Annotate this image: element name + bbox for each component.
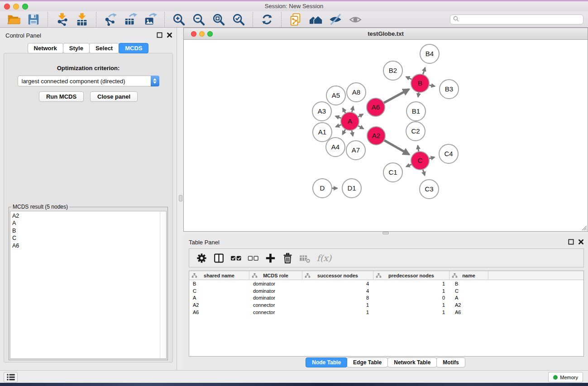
optimization-criterion-select[interactable]: largest connected component (directed) <box>18 76 159 86</box>
run-mcds-button[interactable]: Run MCDS <box>39 91 84 102</box>
export-image-button[interactable] <box>142 12 158 27</box>
float-panel-icon[interactable] <box>156 32 163 38</box>
table-cell[interactable]: B <box>449 281 488 286</box>
table-row[interactable]: Adominator80A <box>189 295 583 302</box>
table-cell[interactable]: dominator <box>249 281 302 286</box>
column-header-successor-nodes[interactable]: successor nodes <box>302 271 373 280</box>
table-cell[interactable]: A6 <box>189 310 249 315</box>
network-close-button[interactable] <box>191 31 196 37</box>
table-row[interactable]: Bdominator41B <box>189 280 583 287</box>
tab-select[interactable]: Select <box>89 43 119 53</box>
table-cell[interactable]: C <box>189 288 249 294</box>
column-header-name[interactable]: name <box>449 271 488 280</box>
delete-column-button[interactable] <box>279 250 296 266</box>
table-cell[interactable]: 4 <box>302 288 373 294</box>
close-panel-button[interactable]: Close panel <box>90 91 138 102</box>
show-all-button[interactable] <box>347 12 363 27</box>
resize-grip-icon[interactable] <box>581 224 587 231</box>
column-header-predecessor-nodes[interactable]: predecessor nodes <box>373 271 449 280</box>
float-panel-icon[interactable] <box>568 238 574 245</box>
close-panel-icon[interactable] <box>578 238 584 245</box>
tab-motifs[interactable]: Motifs <box>436 357 465 367</box>
mcds-result-item[interactable]: A2 <box>10 212 166 219</box>
zoom-out-button[interactable] <box>191 12 207 27</box>
tab-network-table[interactable]: Network Table <box>387 357 437 367</box>
network-graph[interactable]: AA1A2A3A4A5A6A7A8BB1B2B3B4CC1C2C3C4DD1 <box>184 40 588 231</box>
table-cell[interactable]: C <box>449 288 488 294</box>
table-cell[interactable]: 4 <box>302 281 373 286</box>
column-header-mcds-role[interactable]: MCDS role <box>249 271 302 280</box>
graph-node-label: B3 <box>445 85 453 93</box>
tab-style[interactable]: Style <box>63 43 90 53</box>
tab-network[interactable]: Network <box>28 43 63 53</box>
mcds-result-item[interactable]: B <box>10 227 166 234</box>
table-row[interactable]: A2connector11A2 <box>189 301 583 309</box>
table-cell[interactable]: A2 <box>189 302 249 308</box>
mcds-result-list[interactable]: A2ABCA6 <box>10 211 167 359</box>
statusbar: Memory <box>0 370 588 383</box>
table-cell[interactable]: 1 <box>373 281 449 286</box>
vertical-split-handle[interactable] <box>179 195 182 201</box>
minimize-window-button[interactable] <box>13 4 19 10</box>
result-scrollbar[interactable] <box>160 211 166 358</box>
table-row[interactable]: Cdominator41C <box>189 287 583 295</box>
table-cell[interactable]: 8 <box>302 295 373 300</box>
table-cell[interactable]: connector <box>249 310 302 315</box>
close-window-button[interactable] <box>4 4 10 10</box>
table-cell[interactable]: 1 <box>302 302 373 308</box>
tab-node-table[interactable]: Node Table <box>306 357 347 367</box>
mcds-result-item[interactable]: C <box>10 234 166 242</box>
create-column-button[interactable] <box>262 250 278 266</box>
table-cell[interactable]: B <box>189 281 249 286</box>
table-cell[interactable]: 1 <box>302 310 373 315</box>
first-neighbors-button[interactable] <box>307 12 324 27</box>
save-session-button[interactable] <box>25 12 42 27</box>
network-canvas[interactable]: AA1A2A3A4A5A6A7A8BB1B2B3B4CC1C2C3C4DD1 <box>184 40 588 231</box>
show-columns-button[interactable] <box>210 250 227 266</box>
tab-mcds[interactable]: MCDS <box>119 43 148 53</box>
table-cell[interactable]: 1 <box>373 302 449 308</box>
deselect-all-rows-button[interactable] <box>245 250 261 266</box>
table-cell[interactable]: dominator <box>249 288 302 294</box>
table-cell[interactable]: 1 <box>373 288 449 294</box>
table-toolbar: f(x) <box>189 248 584 267</box>
close-panel-icon[interactable] <box>166 32 173 38</box>
tab-edge-table[interactable]: Edge Table <box>347 357 388 367</box>
table-cell[interactable]: A <box>449 295 488 300</box>
show-panels-menu-button[interactable] <box>4 372 18 382</box>
zoom-fit-button[interactable] <box>210 12 227 27</box>
export-network-button[interactable] <box>102 12 119 27</box>
mcds-result-item[interactable]: A <box>10 219 166 227</box>
zoom-selected-button[interactable] <box>230 12 247 27</box>
import-table-button[interactable] <box>74 12 90 27</box>
toolbar-separator <box>253 12 253 27</box>
table-cell[interactable]: dominator <box>249 295 302 300</box>
import-network-button[interactable] <box>54 12 70 27</box>
export-table-button[interactable] <box>122 12 139 27</box>
maximize-window-button[interactable] <box>22 4 28 10</box>
control-panel: Control Panel NetworkStyleSelectMCDS Opt… <box>0 28 177 370</box>
table-cell[interactable]: A2 <box>449 302 488 308</box>
network-minimize-button[interactable] <box>199 31 205 37</box>
memory-button[interactable]: Memory <box>548 372 583 382</box>
table-cell[interactable]: A <box>189 295 249 300</box>
refresh-view-button[interactable] <box>259 12 275 27</box>
hide-selected-button[interactable] <box>327 12 344 27</box>
table-row[interactable]: A6connector11A6 <box>189 309 583 316</box>
table-settings-button[interactable] <box>193 250 210 266</box>
search-box[interactable] <box>450 14 583 24</box>
column-header-shared-name[interactable]: shared name <box>189 271 249 280</box>
table-cell[interactable]: connector <box>249 302 302 308</box>
table-cell[interactable]: A6 <box>449 310 488 315</box>
new-network-from-selection-button[interactable] <box>287 12 304 27</box>
search-input[interactable] <box>459 16 581 23</box>
mcds-result-item[interactable]: A6 <box>10 242 166 249</box>
table-panel: Table Panel f(x) shared nameMCDS rolesuc… <box>183 234 588 370</box>
open-session-button[interactable] <box>5 12 22 27</box>
network-window-titlebar[interactable]: testGlobe.txt <box>184 28 588 40</box>
table-cell[interactable]: 1 <box>373 310 449 315</box>
network-maximize-button[interactable] <box>207 31 213 37</box>
table-cell[interactable]: 0 <box>373 295 449 300</box>
zoom-in-button[interactable] <box>171 12 187 27</box>
select-all-rows-button[interactable] <box>228 250 244 266</box>
